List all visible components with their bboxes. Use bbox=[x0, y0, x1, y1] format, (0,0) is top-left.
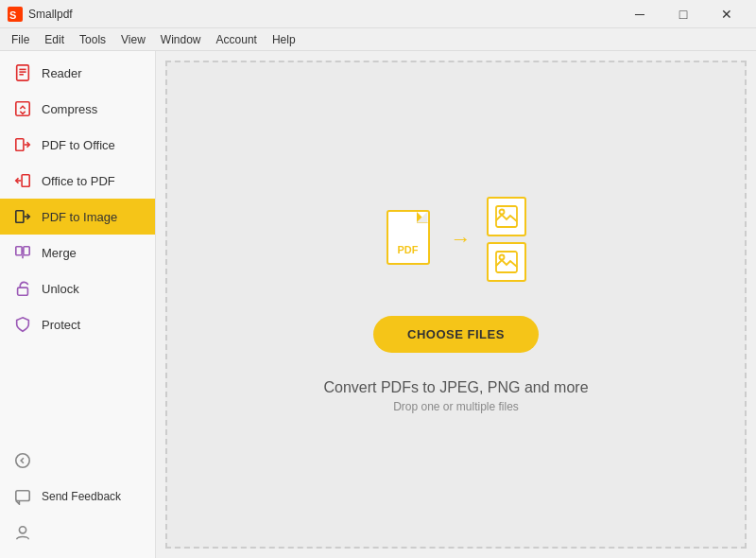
drop-zone[interactable]: PDF → bbox=[165, 61, 747, 549]
content-area: PDF → bbox=[156, 51, 756, 558]
svg-rect-13 bbox=[16, 247, 22, 255]
svg-text:S: S bbox=[9, 9, 16, 21]
pdf-icon-body: PDF bbox=[387, 210, 430, 265]
title-bar-left: S Smallpdf bbox=[8, 7, 73, 22]
sidebar-label-unlock: Unlock bbox=[42, 282, 79, 296]
image-icon-2 bbox=[487, 242, 526, 282]
sidebar-item-pdf-to-office[interactable]: PDF to Office bbox=[0, 127, 155, 163]
sidebar-label-feedback: Send Feedback bbox=[42, 490, 121, 503]
app-logo: S bbox=[8, 7, 23, 22]
menu-item-window[interactable]: Window bbox=[153, 31, 209, 48]
menu-item-account[interactable]: Account bbox=[209, 31, 265, 48]
protect-icon bbox=[13, 315, 32, 334]
svg-rect-19 bbox=[16, 491, 29, 501]
reader-icon bbox=[13, 63, 32, 82]
sidebar-item-account[interactable] bbox=[0, 514, 155, 550]
menu-item-edit[interactable]: Edit bbox=[37, 31, 72, 48]
svg-rect-11 bbox=[16, 211, 24, 223]
sidebar-label-reader: Reader bbox=[42, 66, 82, 80]
image-stack bbox=[487, 197, 526, 282]
sidebar-item-office-to-pdf[interactable]: Office to PDF bbox=[0, 163, 155, 199]
close-button[interactable]: ✕ bbox=[705, 0, 748, 28]
svg-rect-2 bbox=[17, 65, 29, 80]
svg-point-20 bbox=[19, 527, 26, 533]
svg-point-18 bbox=[16, 454, 29, 467]
svg-rect-17 bbox=[18, 288, 28, 295]
menu-bar: FileEditToolsViewWindowAccountHelp bbox=[0, 28, 756, 51]
sidebar-label-pdf-to-image: PDF to Image bbox=[42, 210, 117, 224]
account-icon bbox=[13, 523, 32, 542]
app-title: Smallpdf bbox=[28, 8, 73, 21]
pdf-file-icon: PDF bbox=[387, 210, 436, 269]
pdf-to-image-icon bbox=[13, 207, 32, 226]
sidebar-label-pdf-to-office: PDF to Office bbox=[42, 138, 115, 152]
compress-icon bbox=[13, 99, 32, 118]
sidebar: Reader Compress PDF to Office bbox=[0, 51, 156, 558]
menu-item-view[interactable]: View bbox=[113, 31, 153, 48]
title-bar: S Smallpdf ─ □ ✕ bbox=[0, 0, 756, 28]
choose-files-button[interactable]: CHOOSE FILES bbox=[373, 316, 539, 353]
sidebar-bottom: Send Feedback bbox=[0, 443, 155, 558]
image-icon-1 bbox=[487, 197, 526, 236]
merge-icon bbox=[13, 243, 32, 262]
svg-rect-9 bbox=[22, 175, 29, 187]
back-icon bbox=[13, 451, 32, 470]
sidebar-item-reader[interactable]: Reader bbox=[0, 55, 155, 91]
office-to-pdf-icon bbox=[13, 171, 32, 190]
maximize-button[interactable]: □ bbox=[662, 0, 705, 28]
sidebar-item-merge[interactable]: Merge bbox=[0, 235, 155, 270]
sidebar-item-compress[interactable]: Compress bbox=[0, 91, 155, 127]
pdf-to-office-icon bbox=[13, 135, 32, 154]
feedback-icon bbox=[13, 487, 32, 506]
svg-rect-14 bbox=[24, 247, 29, 255]
drop-text-sub: Drop one or multiple files bbox=[393, 400, 519, 413]
title-bar-controls: ─ □ ✕ bbox=[618, 0, 748, 28]
sidebar-item-feedback[interactable]: Send Feedback bbox=[0, 479, 155, 514]
pdf-icon-fold bbox=[417, 212, 428, 223]
arrow-icon: → bbox=[451, 227, 472, 252]
drop-text-main: Convert PDFs to JPEG, PNG and more bbox=[323, 379, 588, 396]
sidebar-label-merge: Merge bbox=[42, 246, 77, 260]
sidebar-item-unlock[interactable]: Unlock bbox=[0, 270, 155, 306]
unlock-icon bbox=[13, 279, 32, 298]
sidebar-label-protect: Protect bbox=[42, 318, 80, 332]
menu-item-file[interactable]: File bbox=[4, 31, 37, 48]
sidebar-label-office-to-pdf: Office to PDF bbox=[42, 174, 115, 188]
sidebar-item-protect[interactable]: Protect bbox=[0, 306, 155, 342]
sidebar-item-back[interactable] bbox=[0, 443, 155, 479]
menu-item-tools[interactable]: Tools bbox=[72, 31, 113, 48]
sidebar-item-pdf-to-image[interactable]: PDF to Image bbox=[0, 199, 155, 235]
main-layout: Reader Compress PDF to Office bbox=[0, 51, 756, 558]
svg-rect-7 bbox=[16, 139, 24, 151]
menu-item-help[interactable]: Help bbox=[265, 31, 303, 48]
minimize-button[interactable]: ─ bbox=[618, 0, 662, 28]
pdf-text-label: PDF bbox=[398, 244, 419, 255]
sidebar-label-compress: Compress bbox=[42, 102, 97, 116]
illustration: PDF → bbox=[387, 197, 526, 282]
